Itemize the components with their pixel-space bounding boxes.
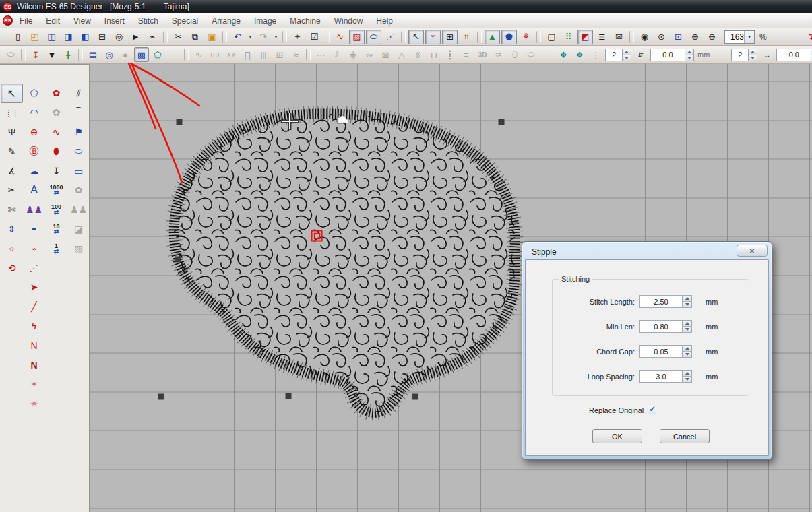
rows-spinner[interactable] (623, 49, 631, 61)
zoom-box-button[interactable]: ⊡ (670, 30, 686, 44)
open-object-tool[interactable]: N (23, 335, 45, 355)
redo-dropdown-icon[interactable]: ▾ (272, 30, 280, 44)
pointer-button[interactable]: ↖ (408, 30, 424, 44)
write-machine-file-button[interactable]: ↴ (803, 30, 812, 44)
columns-spinner[interactable] (749, 49, 757, 61)
grid-toggle-button[interactable]: ⊞ (442, 30, 458, 44)
spinner-down-icon[interactable] (623, 55, 631, 61)
zoom-level-value[interactable]: 163 (725, 32, 744, 42)
spinner-down-icon[interactable] (685, 55, 693, 61)
carving-stamp-tool[interactable]: ☁ (23, 161, 45, 181)
auto-jump-tool[interactable]: ⇕ (1, 220, 23, 239)
zigzag-segment-tool[interactable]: ϟ (23, 317, 45, 336)
new-design-button[interactable]: ▯ (10, 30, 26, 44)
menu-item[interactable]: Edit (39, 15, 67, 27)
spinner-up-icon[interactable] (685, 49, 693, 55)
stitch-view-button[interactable]: ∿ (332, 30, 348, 44)
travel-10-stitches-tool[interactable]: 10 (45, 220, 67, 239)
stitch-player-button[interactable]: ► (128, 30, 144, 44)
zoom-1to1-button[interactable]: ◉ (637, 30, 652, 44)
add-node-button[interactable]: ╋ (61, 47, 75, 62)
outline-view-button[interactable]: ⬭ (366, 30, 381, 44)
handle-mid-left[interactable] (175, 257, 181, 263)
fine-lines-button[interactable]: ||| (256, 47, 271, 62)
spinner-up-icon[interactable] (683, 321, 691, 326)
stitch-edit-tool[interactable]: ⌁ (23, 238, 45, 258)
knife-tool-disabled[interactable]: ◪ (67, 220, 90, 239)
dialog-titlebar[interactable]: Stipple ✕ (525, 245, 769, 259)
menu-item[interactable]: Machine (283, 15, 327, 27)
fence-fill-button[interactable]: ⋕ (346, 47, 361, 62)
entry-needle-button[interactable]: ↧ (28, 47, 43, 62)
monitor-design-button[interactable]: ▢ (544, 30, 559, 44)
cut-tool[interactable]: ✄ (1, 200, 23, 220)
menu-item[interactable]: Arrange (205, 15, 247, 27)
offsets-button[interactable]: ◎ (102, 47, 117, 62)
scribble-fill-button[interactable]: ∾ (362, 47, 377, 62)
team-names-disabled[interactable]: ♟♟ (67, 200, 90, 220)
field-spinner[interactable] (683, 345, 692, 358)
spinner-up-icon[interactable] (683, 346, 691, 351)
arc-tool[interactable]: ⌒ (67, 103, 90, 123)
rail-stitch-button[interactable]: ∏ (240, 47, 255, 62)
close-button[interactable]: ✕ (737, 245, 768, 257)
hoop-ruler-button[interactable]: ⌗ (459, 30, 474, 44)
save-design-button[interactable]: ◫ (44, 30, 59, 44)
spinner-down-icon[interactable] (683, 301, 691, 307)
measure-tool[interactable]: ∡ (1, 161, 23, 181)
column-spacing-input[interactable]: 0.0 (776, 49, 811, 61)
reshape-curve-tool[interactable]: ◠ (23, 103, 45, 123)
travel-1-stitch-tool[interactable]: 1 (45, 238, 67, 258)
paste-button[interactable]: ▣ (204, 30, 220, 44)
travel-100-stitches-tool[interactable]: 100 (45, 200, 67, 220)
row-spacing-spinner[interactable] (685, 49, 694, 61)
lettering-tool[interactable]: A (23, 181, 45, 200)
fit-corners-b-button[interactable]: ❖ (572, 47, 587, 62)
freehand-select-tool[interactable]: ⬚ (1, 103, 23, 123)
undo-dropdown-icon[interactable]: ▾ (247, 30, 254, 44)
spinner-up-icon[interactable] (749, 49, 757, 55)
show-hoop-button[interactable]: ⬭ (3, 47, 18, 62)
brain-design-object[interactable] (174, 114, 515, 412)
exit-needle-button[interactable]: ▼ (44, 47, 59, 62)
mirror-rotate-tool[interactable]: ⟲ (1, 258, 23, 278)
contour-b-button[interactable]: ⬭ (524, 47, 538, 62)
grid-fill-button[interactable]: ⊞ (272, 47, 287, 62)
fan-stitch-tool[interactable]: ⌔ (1, 238, 23, 258)
stipple-preview-disabled[interactable]: ▨ (67, 238, 90, 258)
handle-bottom-right[interactable] (412, 394, 418, 400)
zoom-in-button[interactable]: ⊕ (687, 30, 703, 44)
bead-stitch-tool[interactable]: ⬮ (45, 141, 67, 161)
slant-hatch-button[interactable]: ⫽ (330, 47, 344, 62)
undo-button[interactable]: ↶ (230, 30, 245, 44)
overlap-squares-button[interactable]: ◩ (577, 30, 593, 44)
reshape-envelope-tool[interactable]: ◓ (23, 220, 45, 239)
rectangle-tool[interactable]: ▭ (67, 161, 90, 181)
handle-bottom-left[interactable] (158, 394, 164, 400)
redo-button[interactable]: ↷ (255, 30, 271, 44)
stitch-density-button[interactable]: ≣ (594, 30, 610, 44)
closed-object-tool[interactable]: N (23, 355, 45, 375)
field-spinner[interactable] (683, 370, 692, 383)
show-background-button[interactable]: ▲ (485, 30, 500, 44)
read-from-machine-button[interactable]: ◧ (77, 30, 93, 44)
open-design-button[interactable]: ◰ (27, 30, 42, 44)
spinner-up-icon[interactable] (623, 49, 631, 55)
menu-item[interactable]: View (67, 15, 98, 27)
stipple-button[interactable]: ▩ (134, 47, 149, 62)
stitch-scissors-tool[interactable]: ✂ (1, 181, 23, 200)
zigzag-stitch-button[interactable]: ∧∧ (224, 47, 239, 62)
spinner-down-icon[interactable] (749, 55, 757, 61)
lettering-b-tool[interactable]: Ⓑ (23, 141, 45, 161)
replace-original-checkbox[interactable]: ✓ (648, 406, 656, 414)
contour-a-button[interactable]: ⬯ (507, 47, 522, 62)
bridge-fill-button[interactable]: ⊓ (427, 47, 441, 62)
team-names-tool[interactable]: ♟♟ (23, 200, 45, 220)
fit-corners-a-button[interactable]: ❖ (556, 47, 571, 62)
motif-tool-disabled[interactable]: ✿ (67, 181, 90, 200)
spinner-down-icon[interactable] (683, 326, 691, 332)
line-stitch-tool[interactable]: ╱ (23, 297, 45, 317)
field-input[interactable]: 0.05 (639, 345, 683, 358)
connect-machine-button[interactable]: ⌁ (145, 30, 160, 44)
row-spacing-input[interactable]: 0.0 (650, 49, 685, 61)
